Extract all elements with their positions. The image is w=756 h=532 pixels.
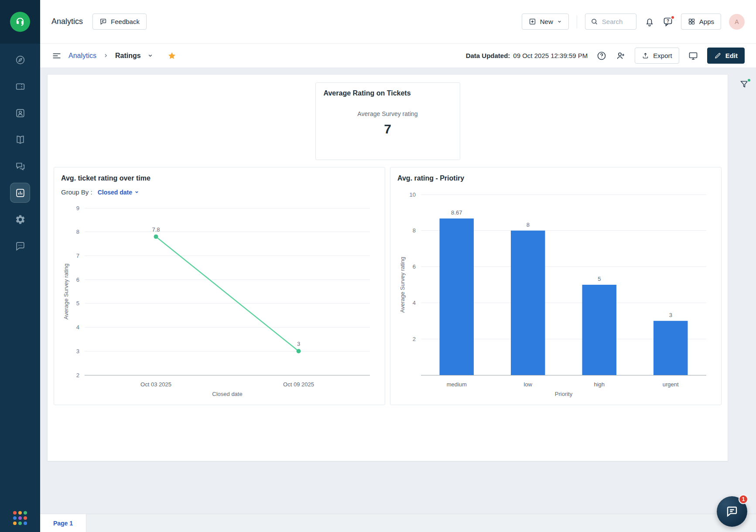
favorite-button[interactable] [168, 51, 176, 60]
svg-text:8: 8 [76, 228, 79, 235]
data-updated-value: 09 Oct 2025 12:39:59 PM [513, 52, 588, 59]
apps-label: Apps [699, 18, 714, 25]
chat-widget-button[interactable]: 1 [717, 496, 747, 527]
app-switcher-icon[interactable] [13, 511, 27, 525]
search-box[interactable] [585, 14, 636, 30]
app-root: Analytics Feedback New [0, 0, 756, 532]
sidebar-nav [10, 50, 30, 256]
main-column: Analytics Feedback New [40, 0, 756, 532]
svg-text:6: 6 [413, 263, 416, 270]
svg-text:8.67: 8.67 [451, 209, 462, 216]
avatar-initial: A [735, 18, 739, 25]
svg-text:low: low [523, 381, 532, 388]
data-updated: Data Updated: 09 Oct 2025 12:39:59 PM [466, 52, 588, 59]
pencil-icon [714, 52, 722, 59]
svg-text:Oct 09 2025: Oct 09 2025 [283, 381, 314, 388]
filter-active-dot [747, 78, 751, 82]
line-chart: 23456789Average Survey ratingClosed date… [61, 196, 378, 401]
ticket-icon [15, 81, 26, 92]
help-circle-button[interactable] [596, 51, 607, 61]
report-canvas: Average Rating on Tickets Average Survey… [47, 74, 728, 461]
search-icon [591, 18, 598, 25]
svg-text:7.8: 7.8 [152, 226, 160, 233]
gear-icon [15, 214, 26, 225]
monitor-icon [688, 51, 698, 61]
svg-text:5: 5 [598, 276, 601, 282]
breadcrumb-analytics-link[interactable]: Analytics [68, 52, 96, 60]
edit-label: Edit [725, 52, 738, 59]
present-button[interactable] [688, 51, 698, 61]
svg-text:medium: medium [447, 381, 467, 388]
notifications-button[interactable] [644, 17, 655, 27]
line-chart-card: Avg. ticket rating over time Group By : … [54, 167, 385, 405]
export-icon [642, 52, 649, 59]
home-logo-button[interactable] [0, 0, 40, 44]
sidebar-item-analytics[interactable] [10, 183, 30, 203]
page-title: Analytics [51, 17, 83, 26]
headset-icon [14, 15, 27, 28]
new-label: New [540, 18, 553, 25]
sidebar-item-contacts[interactable] [10, 103, 30, 123]
filter-button[interactable] [739, 79, 749, 91]
report-content: Average Rating on Tickets Average Survey… [40, 68, 756, 514]
help-button[interactable]: ? [663, 17, 673, 27]
edit-button[interactable]: Edit [707, 48, 745, 64]
feedback-label: Feedback [111, 18, 140, 25]
svg-text:8: 8 [527, 222, 530, 228]
dashboard-compass-icon [15, 55, 26, 65]
pagebar: Page 1 [40, 514, 756, 532]
apps-grid-icon [688, 18, 695, 25]
sidebar-item-forums[interactable] [10, 156, 30, 176]
topbar-actions: New ? Apps A [522, 14, 745, 30]
svg-text:2: 2 [413, 336, 416, 342]
sidebar-item-admin[interactable] [10, 209, 30, 229]
svg-text:8: 8 [413, 227, 416, 234]
scorecard-metric: Average Survey rating 7 [324, 110, 452, 136]
notification-dot [670, 15, 675, 20]
chevron-down-icon [147, 53, 153, 58]
report-toolbar: Analytics Ratings Data Updated: 09 Oct 2… [40, 44, 756, 68]
svg-text:?: ? [667, 18, 669, 23]
contacts-icon [15, 108, 26, 119]
report-switch-caret[interactable] [147, 53, 153, 58]
page-tab-1[interactable]: Page 1 [40, 514, 86, 532]
svg-text:6: 6 [76, 276, 79, 283]
chevron-down-icon [134, 190, 139, 194]
report-actions: Data Updated: 09 Oct 2025 12:39:59 PM Ex… [466, 48, 745, 64]
avatar[interactable]: A [729, 14, 745, 30]
svg-text:Closed date: Closed date [212, 391, 242, 397]
report-list-button[interactable] [51, 51, 62, 61]
svg-text:10: 10 [410, 191, 416, 198]
divider [577, 15, 577, 28]
scorecard-title: Average Rating on Tickets [324, 89, 452, 97]
chat-bubble-icon [15, 241, 26, 252]
chevron-right-icon [103, 53, 109, 58]
svg-text:Average Survey rating: Average Survey rating [63, 263, 69, 319]
svg-text:Average Survey rating: Average Survey rating [399, 257, 406, 313]
svg-text:5: 5 [76, 300, 79, 307]
forums-icon [15, 161, 26, 172]
svg-text:2: 2 [76, 372, 79, 379]
sidebar-item-tickets[interactable] [10, 76, 30, 96]
new-button[interactable]: New [522, 14, 569, 30]
bar-chart-title: Avg. rating - Priotiry [397, 174, 714, 182]
help-circle-icon [596, 51, 607, 61]
analytics-bar-chart-icon [15, 188, 26, 198]
feedback-button[interactable]: Feedback [92, 14, 147, 30]
sidebar-item-solutions[interactable] [10, 130, 30, 150]
freshdesk-logo-icon [10, 12, 30, 32]
export-button[interactable]: Export [635, 48, 679, 64]
svg-text:urgent: urgent [663, 381, 679, 388]
sidebar-item-dashboard[interactable] [10, 50, 30, 70]
data-updated-label: Data Updated: [466, 52, 510, 59]
topbar: Analytics Feedback New [40, 0, 756, 44]
breadcrumb-current: Ratings [115, 52, 141, 60]
group-by-value: Closed date [98, 189, 132, 196]
search-input[interactable] [602, 18, 631, 25]
sidebar-item-bots[interactable] [10, 236, 30, 256]
apps-button[interactable]: Apps [681, 14, 721, 30]
group-by-dropdown[interactable]: Closed date [98, 189, 139, 196]
line-chart-title: Avg. ticket rating over time [61, 174, 378, 182]
share-report-button[interactable] [616, 51, 626, 61]
bell-icon [644, 17, 655, 27]
